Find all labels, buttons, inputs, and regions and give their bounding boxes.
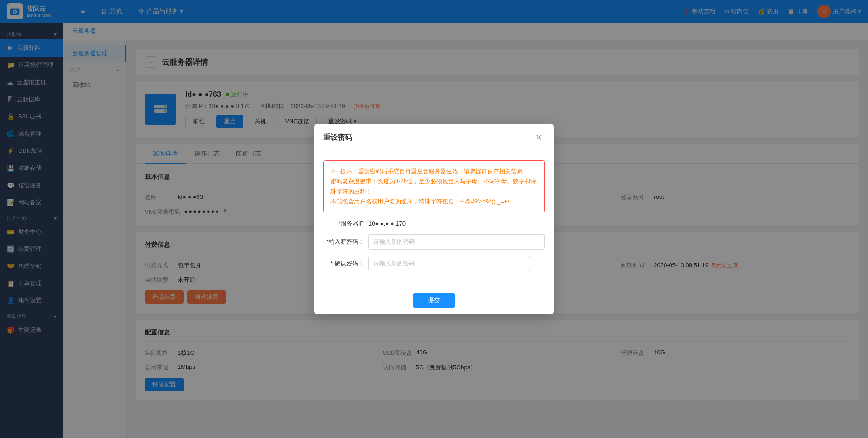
- modal-overlay[interactable]: 重设密码 ✕ ⚠ 提示：重设密码后系统自行重启云服务器生效，请您提前保存相关信息…: [0, 0, 868, 438]
- modal-warning-alert: ⚠ 提示：重设密码后系统自行重启云服务器生效，请您提前保存相关信息密码复杂度要求…: [323, 160, 545, 212]
- reset-password-modal: 重设密码 ✕ ⚠ 提示：重设密码后系统自行重启云服务器生效，请您提前保存相关信息…: [314, 124, 554, 314]
- confirm-password-label: * 确认密码：: [323, 259, 364, 268]
- form-row-new-password: *输入新密码：: [323, 234, 545, 250]
- modal-submit-button[interactable]: 提交: [413, 293, 455, 308]
- form-row-confirm-password: * 确认密码： →: [323, 256, 545, 271]
- warning-text: 提示：重设密码后系统自行重启云服务器生效，请您提前保存相关信息密码复杂度要求：长…: [330, 168, 536, 204]
- modal-close-button[interactable]: ✕: [532, 131, 545, 144]
- modal-title: 重设密码: [323, 133, 352, 142]
- new-password-input[interactable]: [368, 234, 545, 250]
- new-password-label: *输入新密码：: [323, 238, 364, 246]
- server-ip-value: 10● ●.● ●.170: [368, 220, 406, 227]
- modal-header: 重设密码 ✕: [314, 124, 554, 151]
- server-ip-label: *服务器IP: [323, 220, 364, 228]
- modal-footer: 提交: [314, 287, 554, 314]
- confirm-password-input[interactable]: [368, 256, 530, 271]
- modal-body: ⚠ 提示：重设密码后系统自行重启云服务器生效，请您提前保存相关信息密码复杂度要求…: [314, 151, 554, 286]
- arrow-decoration: →: [536, 258, 545, 268]
- form-row-server-ip: *服务器IP 10● ●.● ●.170: [323, 220, 545, 228]
- warning-icon: ⚠: [330, 168, 336, 174]
